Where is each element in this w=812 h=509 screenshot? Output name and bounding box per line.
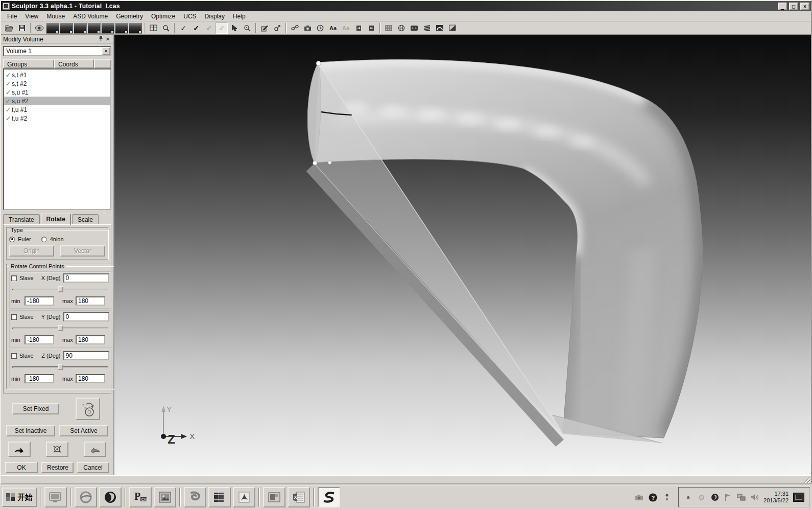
taskbar-my-computer-icon[interactable] [44, 487, 67, 507]
set-fixed-button[interactable]: Set Fixed [12, 403, 59, 414]
group-list[interactable]: ✓s,t #1 ✓s,t #2 ✓s,u #1 ✓s,u #2 ✓t,u #1 … [3, 68, 111, 210]
zoom-pick-icon[interactable] [241, 22, 253, 34]
rotate-tool-button[interactable] [76, 398, 100, 420]
camera-icon[interactable] [301, 22, 314, 34]
list-item[interactable]: ✓s,t #2 [4, 79, 110, 88]
x-max-input[interactable] [76, 296, 105, 306]
tray-cleaner-icon[interactable] [697, 493, 706, 502]
tray-ime-icon[interactable]: a [684, 493, 692, 502]
panel-close-icon[interactable]: ✕ [104, 36, 111, 42]
list-item[interactable]: ✓t,u #2 [4, 114, 110, 123]
table-icon[interactable] [383, 22, 395, 34]
slave-z-checkbox[interactable] [11, 353, 17, 359]
y-slider-thumb[interactable] [58, 325, 63, 331]
z-slider[interactable] [12, 364, 108, 370]
save-icon[interactable] [16, 22, 28, 34]
radio-4nion[interactable] [41, 237, 47, 242]
y-max-input[interactable] [76, 335, 105, 344]
pointer-icon[interactable] [228, 22, 241, 34]
import-icon[interactable] [365, 22, 377, 34]
menu-help[interactable]: Help [229, 12, 250, 21]
taskbar-pdf-reader-icon[interactable] [233, 487, 255, 507]
control-point[interactable] [316, 61, 321, 66]
taskbar-photo-editor-icon[interactable] [263, 487, 285, 507]
menu-mouse[interactable]: Mouse [42, 12, 69, 21]
text-style-icon[interactable]: Aa [327, 22, 339, 34]
x-slider[interactable] [12, 286, 108, 292]
menu-display[interactable]: Display [201, 12, 229, 21]
titlebar[interactable]: Sculptor 3.3 alpha.1 - Tutorial_I.cas _ … [1, 1, 811, 11]
check-pressed-icon[interactable]: ✓ [216, 22, 228, 34]
tab-translate[interactable]: Translate [3, 214, 40, 224]
language-keyboard-icon[interactable] [793, 493, 804, 502]
list-item-selected[interactable]: ✓s,u #2 [4, 97, 110, 105]
menu-optimize[interactable]: Optimize [147, 12, 179, 21]
restore-button[interactable]: Restore [41, 462, 74, 473]
control-point[interactable] [328, 161, 331, 165]
tray-clock[interactable]: 17:31 2013/5/22 [763, 491, 789, 504]
menu-view[interactable]: View [21, 12, 42, 21]
slave-y-checkbox[interactable] [11, 314, 17, 320]
taskbar-media-player-icon[interactable] [99, 487, 122, 507]
taskbar-image-viewer-icon[interactable] [154, 487, 176, 507]
check-bold-icon[interactable]: ✓ [190, 22, 202, 34]
list-item[interactable]: ✓s,t #1 [4, 71, 110, 79]
column-coords[interactable]: Coords [54, 59, 94, 68]
view-preset-1-icon[interactable] [46, 22, 59, 34]
view-preset-7-icon[interactable] [129, 22, 142, 34]
menu-asd-volume[interactable]: ASD Volume [69, 12, 112, 21]
tile-windows-icon[interactable] [147, 22, 159, 34]
y-deg-input[interactable] [63, 312, 109, 321]
record-icon[interactable] [408, 22, 420, 34]
open-icon[interactable] [3, 22, 15, 34]
z-min-input[interactable] [25, 374, 54, 383]
z-deg-input[interactable] [63, 351, 109, 360]
set-active-button[interactable]: Set Active [59, 425, 108, 436]
clip-icon[interactable] [446, 22, 459, 34]
tray-help-icon[interactable]: ? [649, 493, 657, 502]
x-slider-thumb[interactable] [58, 286, 63, 292]
viewport-3d[interactable]: Y X Z [114, 35, 811, 475]
view-preset-5-icon[interactable] [101, 22, 114, 34]
tab-rotate[interactable]: Rotate [41, 214, 71, 225]
tray-camera-icon[interactable] [635, 493, 643, 502]
view-preset-6-icon[interactable] [115, 22, 128, 34]
tray-volume-icon[interactable] [750, 493, 759, 502]
menu-ucs[interactable]: UCS [179, 12, 200, 21]
taskbar-internet-explorer-icon[interactable] [75, 487, 97, 507]
track-tool-button[interactable] [46, 442, 68, 457]
panel-header[interactable]: Modify Volume ✕ [1, 35, 113, 44]
cancel-button[interactable]: Cancel [77, 462, 109, 473]
globe-icon[interactable] [395, 22, 408, 34]
y-slider[interactable] [12, 325, 108, 331]
resize-grip[interactable] [804, 476, 810, 483]
column-groups[interactable]: Groups [3, 59, 54, 68]
sketch-icon[interactable] [258, 22, 271, 34]
volume-select[interactable]: Volume 1 ▼ [3, 46, 111, 56]
pin-icon[interactable] [97, 36, 104, 42]
tray-player-icon[interactable] [710, 493, 719, 502]
y-min-input[interactable] [25, 335, 54, 344]
probe-icon[interactable] [271, 22, 283, 34]
minimize-button[interactable]: _ [778, 3, 787, 10]
radio-euler[interactable] [9, 237, 15, 242]
set-inactive-button[interactable]: Set Inactive [6, 425, 55, 436]
list-item[interactable]: ✓s,u #1 [4, 88, 110, 97]
z-slider-thumb[interactable] [58, 364, 63, 370]
taskbar-3d-modeler-icon[interactable] [184, 487, 206, 507]
x-deg-input[interactable] [63, 273, 109, 283]
taskbar-sculptor-icon[interactable] [318, 487, 340, 507]
tab-scale[interactable]: Scale [72, 214, 99, 224]
view-preset-2-icon[interactable] [60, 22, 73, 34]
tray-status-dots-icon[interactable] [662, 493, 671, 502]
control-point[interactable] [313, 161, 317, 165]
undo-button[interactable] [8, 442, 31, 457]
list-item[interactable]: ✓t,u #1 [4, 105, 110, 114]
clock-icon[interactable] [314, 22, 326, 34]
layers-icon[interactable] [421, 22, 433, 34]
close-button[interactable]: × [800, 3, 809, 10]
redo-button[interactable] [84, 442, 106, 457]
zoom-icon[interactable] [160, 22, 172, 34]
tray-network-icon[interactable] [737, 493, 746, 502]
z-max-input[interactable] [76, 374, 105, 383]
